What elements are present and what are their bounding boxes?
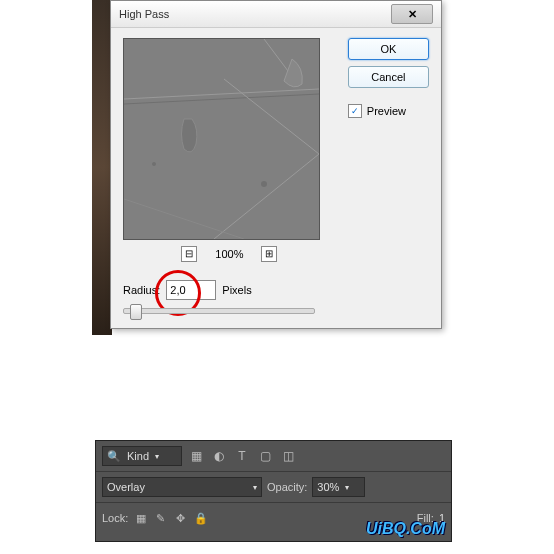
dialog-body: ⊟ 100% ⊞ Radius: Pixels OK Can	[111, 28, 441, 328]
close-icon: ✕	[408, 8, 417, 21]
chevron-down-icon: ▾	[253, 483, 257, 492]
dialog-right-column: OK Cancel ✓ Preview	[348, 38, 429, 314]
filter-shape-icon[interactable]: ▢	[256, 447, 274, 465]
lock-icons-group: ▦ ✎ ✥ 🔒	[133, 511, 208, 526]
close-button[interactable]: ✕	[391, 4, 433, 24]
blend-mode-select[interactable]: Overlay ▾	[102, 477, 262, 497]
blend-value: Overlay	[107, 481, 145, 493]
layer-filter-row: 🔍 Kind ▾ ▦ ◐ T ▢ ◫	[96, 441, 451, 472]
preview-checkbox[interactable]: ✓	[348, 104, 362, 118]
radius-row: Radius: Pixels	[123, 280, 336, 300]
checkmark-icon: ✓	[351, 106, 359, 116]
lock-label: Lock:	[102, 512, 128, 524]
watermark-logo: UiBQ.CoM	[366, 520, 445, 538]
radius-slider[interactable]	[123, 308, 315, 314]
svg-point-7	[152, 162, 156, 166]
search-icon: 🔍	[107, 450, 121, 463]
filter-type-icon[interactable]: T	[233, 447, 251, 465]
cancel-button[interactable]: Cancel	[348, 66, 429, 88]
blend-opacity-row: Overlay ▾ Opacity: 30% ▾	[96, 472, 451, 503]
minus-icon: ⊟	[185, 249, 193, 259]
radius-label: Radius:	[123, 284, 160, 296]
lock-position-icon[interactable]: ✥	[173, 511, 188, 526]
dialog-titlebar[interactable]: High Pass ✕	[111, 1, 441, 28]
zoom-in-button[interactable]: ⊞	[261, 246, 277, 262]
opacity-select[interactable]: 30% ▾	[312, 477, 365, 497]
radius-input[interactable]	[166, 280, 216, 300]
chevron-down-icon: ▾	[345, 483, 349, 492]
opacity-value: 30%	[317, 481, 339, 493]
preview-checkbox-row: ✓ Preview	[348, 104, 429, 118]
lock-transparency-icon[interactable]: ▦	[133, 511, 148, 526]
preview-label: Preview	[367, 105, 406, 117]
kind-filter-select[interactable]: 🔍 Kind ▾	[102, 446, 182, 466]
filter-smart-icon[interactable]: ◫	[279, 447, 297, 465]
radius-unit: Pixels	[222, 284, 251, 296]
zoom-controls: ⊟ 100% ⊞	[123, 246, 336, 262]
filter-pixel-icon[interactable]: ▦	[187, 447, 205, 465]
ok-button[interactable]: OK	[348, 38, 429, 60]
chevron-down-icon: ▾	[155, 452, 159, 461]
dialog-title: High Pass	[119, 8, 169, 20]
svg-point-8	[261, 181, 267, 187]
cancel-label: Cancel	[371, 71, 405, 83]
filter-adjustment-icon[interactable]: ◐	[210, 447, 228, 465]
filter-preview[interactable]	[123, 38, 320, 240]
lock-pixels-icon[interactable]: ✎	[153, 511, 168, 526]
kind-value: Kind	[127, 450, 149, 462]
layers-panel: 🔍 Kind ▾ ▦ ◐ T ▢ ◫ Overlay ▾ Opacity: 30…	[95, 440, 452, 542]
zoom-out-button[interactable]: ⊟	[181, 246, 197, 262]
plus-icon: ⊞	[265, 249, 273, 259]
slider-thumb[interactable]	[130, 304, 142, 320]
preview-content	[124, 39, 319, 239]
opacity-label: Opacity:	[267, 481, 307, 493]
background-strip	[92, 0, 112, 335]
dialog-left-column: ⊟ 100% ⊞ Radius: Pixels	[123, 38, 336, 314]
zoom-percent: 100%	[215, 248, 243, 260]
ok-label: OK	[380, 43, 396, 55]
high-pass-dialog: High Pass ✕	[110, 0, 442, 329]
lock-all-icon[interactable]: 🔒	[193, 511, 208, 526]
